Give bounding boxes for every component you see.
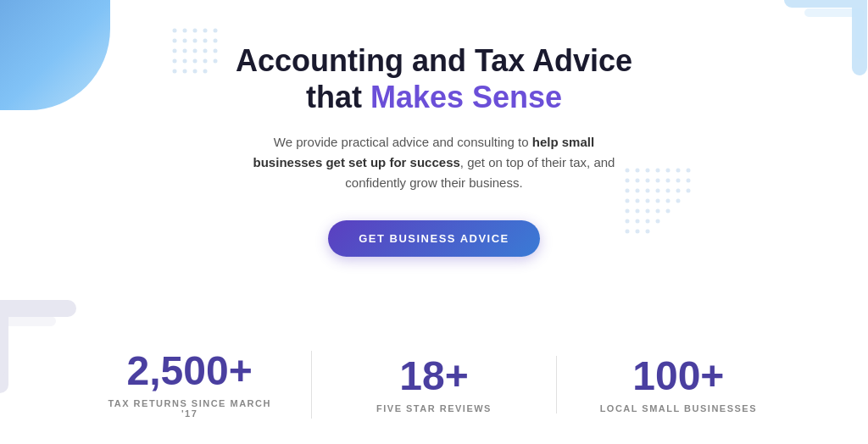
page-wrapper: Accounting and Tax Advice that Makes Sen… <box>0 0 868 444</box>
main-content: Accounting and Tax Advice that Makes Sen… <box>0 0 868 257</box>
stat-item-reviews: 18+ FIVE STAR REVIEWS <box>312 356 556 413</box>
stat-label-businesses: LOCAL SMALL BUSINESSES <box>600 403 757 413</box>
stat-item-tax-returns: 2,500+ TAX RETURNS SINCE MARCH '17 <box>68 351 312 419</box>
main-headline: Accounting and Tax Advice that Makes Sen… <box>236 42 632 115</box>
headline-line1: Accounting and Tax Advice <box>236 43 632 78</box>
headline-line2-purple: Makes Sense <box>370 80 562 114</box>
stat-label-reviews: FIVE STAR REVIEWS <box>376 403 492 413</box>
stat-number-reviews: 18+ <box>399 356 468 397</box>
headline-line2-plain: that <box>306 80 370 114</box>
stats-section: 2,500+ TAX RETURNS SINCE MARCH '17 18+ F… <box>0 325 868 444</box>
subtitle-normal1: We provide practical advice and consulti… <box>274 135 532 149</box>
subtitle-text: We provide practical advice and consulti… <box>248 132 620 193</box>
stat-number-tax-returns: 2,500+ <box>127 351 253 391</box>
stat-item-businesses: 100+ LOCAL SMALL BUSINESSES <box>557 356 800 413</box>
cta-button[interactable]: GET BUSINESS ADVICE <box>328 220 540 257</box>
stat-label-tax-returns: TAX RETURNS SINCE MARCH '17 <box>102 398 277 419</box>
stat-number-businesses: 100+ <box>632 356 724 397</box>
